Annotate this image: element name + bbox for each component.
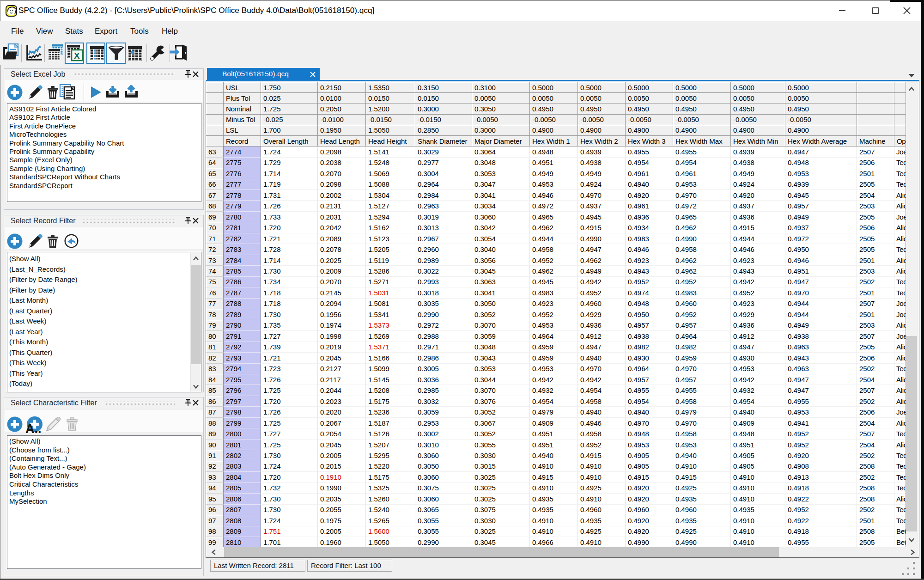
svg-text:A..: A..: [25, 422, 42, 434]
svg-text:X: X: [74, 51, 80, 61]
